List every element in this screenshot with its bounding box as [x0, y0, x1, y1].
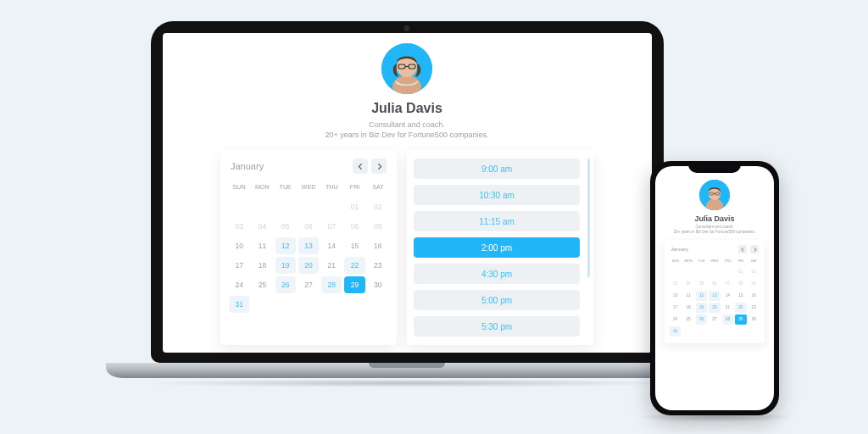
calendar-day[interactable]: 31: [229, 296, 249, 313]
calendar-day: [252, 296, 272, 313]
calendar-day: [682, 326, 693, 337]
timeslot[interactable]: 2:00 pm: [414, 237, 580, 258]
calendar-day: 01: [344, 198, 364, 215]
calendar-day: 04: [252, 218, 272, 235]
calendar-day: [321, 296, 342, 313]
calendar-day: 23: [748, 303, 760, 313]
calendar-day: 23: [368, 257, 388, 274]
calendar-dow: SUN: [670, 257, 681, 265]
calendar-day: 09: [368, 218, 388, 235]
calendar-day: 17: [229, 257, 249, 274]
calendar-month-label: January: [670, 247, 688, 252]
calendar-day: 11: [682, 291, 693, 301]
calendar-day: [722, 326, 733, 337]
phone-mockup: Julia Davis Consultant and coach. 20+ ye…: [650, 161, 779, 415]
timeslot[interactable]: 11:15 am: [414, 211, 580, 231]
calendar-day: [709, 326, 720, 337]
calendar-prev-button[interactable]: [353, 159, 368, 174]
calendar-day: [229, 198, 249, 215]
calendar-next-button[interactable]: [371, 159, 387, 174]
booking-ui-mobile: Julia Davis Consultant and coach. 20+ ye…: [655, 166, 774, 343]
calendar-next-button[interactable]: [750, 245, 759, 253]
calendar-day: 07: [722, 279, 733, 289]
calendar-day: 07: [321, 218, 342, 235]
calendar-dow: FRI: [344, 179, 364, 196]
calendar-day: 05: [275, 218, 296, 235]
profile-subtitle: Consultant and coach. 20+ years in Biz D…: [674, 225, 755, 235]
calendar-day: 10: [670, 291, 681, 301]
profile-subtitle: Consultant and coach. 20+ years in Biz D…: [326, 120, 489, 140]
calendar-day: [275, 198, 296, 215]
calendar-day[interactable]: 28: [722, 314, 733, 325]
calendar-day: 14: [722, 291, 733, 301]
calendar-day: 17: [670, 303, 681, 313]
calendar-day: [275, 296, 296, 313]
calendar-grid: SUNMONTUEWEDTHUFRISAT0102030405060708091…: [670, 257, 760, 337]
calendar-prev-button[interactable]: [738, 245, 747, 253]
calendar-day: 09: [748, 279, 760, 289]
timeslot[interactable]: 4:30 pm: [414, 264, 580, 284]
timeslot[interactable]: 5:30 pm: [414, 316, 580, 337]
laptop-mockup: Julia Davis Consultant and coach. 20+ ye…: [136, 21, 678, 391]
calendar-day: [252, 198, 272, 215]
profile-name: Julia Davis: [371, 101, 442, 116]
calendar-day: 14: [321, 237, 342, 254]
calendar-dow: TUE: [275, 179, 296, 196]
timeslot[interactable]: 5:00 pm: [414, 290, 580, 310]
calendar-grid: SUNMONTUEWEDTHUFRISAT0102030405060708091…: [229, 179, 388, 313]
calendar-day: [298, 296, 319, 313]
calendar-day: 30: [748, 314, 760, 325]
calendar-day: 25: [252, 276, 272, 293]
calendar-day: 08: [735, 279, 746, 289]
calendar-day[interactable]: 19: [696, 303, 707, 313]
calendar-day: [696, 326, 707, 337]
calendar-day: 08: [344, 218, 364, 235]
calendar-dow: WED: [298, 179, 319, 196]
calendar-card: January SUNMONTUEWEDTHUFRISAT01020304050…: [665, 240, 765, 343]
calendar-day: 03: [229, 218, 249, 235]
calendar-day: 21: [321, 257, 342, 274]
calendar-day: 04: [682, 279, 693, 289]
calendar-day: [670, 267, 681, 277]
calendar-day[interactable]: 29: [344, 276, 364, 293]
calendar-day: 06: [298, 218, 319, 235]
calendar-day: [722, 267, 733, 277]
avatar: [699, 180, 730, 210]
timeslot[interactable]: 10:30 am: [414, 185, 580, 205]
calendar-day[interactable]: 28: [321, 276, 342, 293]
calendar-day: 27: [298, 276, 319, 293]
calendar-day[interactable]: 12: [696, 291, 707, 301]
calendar-day[interactable]: 12: [275, 237, 296, 254]
avatar: [381, 43, 432, 94]
calendar-day[interactable]: 31: [670, 326, 681, 337]
calendar-day: [735, 326, 746, 337]
timeslot[interactable]: 9:00 am: [414, 159, 580, 179]
calendar-day[interactable]: 26: [696, 314, 707, 325]
calendar-dow: MON: [682, 257, 693, 265]
calendar-day[interactable]: 20: [709, 303, 720, 313]
calendar-day[interactable]: 13: [298, 237, 319, 254]
calendar-day[interactable]: 22: [344, 257, 364, 274]
calendar-day: 21: [722, 303, 733, 313]
calendar-day: 02: [368, 198, 388, 215]
calendar-day[interactable]: 29: [735, 314, 746, 325]
calendar-day[interactable]: 22: [735, 303, 746, 313]
scrollbar[interactable]: [587, 159, 590, 277]
chevron-right-icon: [376, 164, 382, 170]
calendar-day[interactable]: 13: [709, 291, 720, 301]
calendar-dow: FRI: [735, 257, 746, 265]
calendar-dow: SAT: [748, 257, 760, 265]
calendar-day: 18: [682, 303, 693, 313]
calendar-day[interactable]: 20: [298, 257, 319, 274]
calendar-day: 15: [735, 291, 746, 301]
calendar-day[interactable]: 19: [275, 257, 296, 274]
calendar-day[interactable]: 26: [275, 276, 296, 293]
calendar-dow: THU: [321, 179, 342, 196]
calendar-dow: SUN: [229, 179, 249, 196]
timeslots-list: 9:00 am10:30 am11:15 am2:00 pm4:30 pm5:0…: [414, 159, 585, 337]
calendar-day: 25: [682, 314, 693, 325]
calendar-day: 24: [229, 276, 249, 293]
calendar-day: 02: [748, 267, 760, 277]
timeslots-card: 9:00 am10:30 am11:15 am2:00 pm4:30 pm5:0…: [407, 150, 593, 345]
calendar-dow: TUE: [696, 257, 707, 265]
